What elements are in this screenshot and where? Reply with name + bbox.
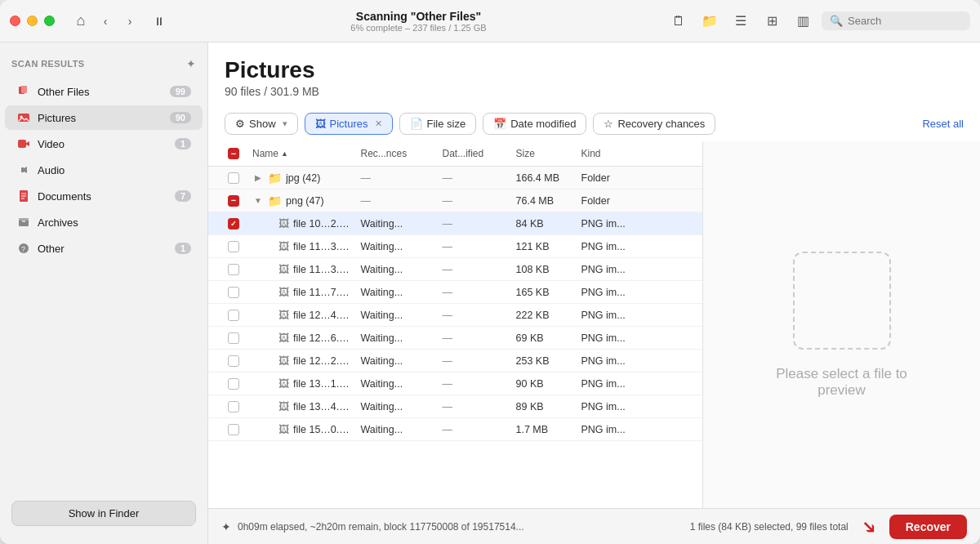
jpg-checkbox[interactable] [228, 172, 239, 184]
filename-text: file 11…3.png [293, 241, 354, 252]
sidebar-item-other-files[interactable]: Other Files 99 [5, 79, 203, 104]
th-name[interactable]: Name ▲ [249, 145, 358, 163]
row-checkbox[interactable] [225, 354, 249, 368]
close-button[interactable] [10, 16, 20, 26]
row-kind: PNG im... [578, 285, 687, 300]
title-section: Scanning "Other Files" 6% complete – 237… [171, 10, 666, 33]
pictures-filter-button[interactable]: 🖼 Pictures ✕ [305, 113, 393, 135]
file-size-filter-button[interactable]: 📄 File size [399, 113, 477, 135]
row-checkbox[interactable] [225, 331, 249, 346]
png-checkbox[interactable] [228, 195, 239, 207]
table-row: 🖼 file 13…4.png Waiting... — 89 KB PNG i… [208, 395, 702, 418]
sidebar-item-archives[interactable]: Archives [5, 210, 203, 234]
search-input[interactable] [848, 15, 962, 27]
row-recovery: — [358, 194, 439, 208]
sidebar-item-audio[interactable]: Audio [5, 158, 203, 182]
show-filter-button[interactable]: ⚙ Show ▾ [225, 113, 298, 135]
row-recovery: Waiting... [358, 354, 439, 368]
sidebar-item-video[interactable]: Video 1 [5, 132, 203, 156]
pause-button[interactable]: ⏸ [148, 10, 171, 33]
search-box[interactable]: 🔍 [822, 11, 970, 30]
filter-icon: ⚙ [235, 118, 245, 130]
filename-text: file 13…4.png [293, 401, 354, 412]
row-size: 121 KB [513, 239, 578, 254]
row-checkbox[interactable] [225, 239, 249, 254]
row-recovery: Waiting... [358, 422, 439, 437]
row-filename: ▶ 📁 jpg (42) [249, 170, 358, 186]
other-files-icon [16, 84, 31, 99]
folder-icon: 📁 [268, 194, 282, 207]
date-modified-filter-button[interactable]: 📅 Date modified [483, 113, 586, 135]
row-date: — [439, 194, 513, 208]
row-size: 1.7 MB [513, 422, 578, 437]
row-filename: 🖼 file 10…2.png [249, 216, 358, 231]
pictures-label: Pictures [38, 112, 163, 124]
split-view-button[interactable]: ▥ [791, 9, 815, 33]
row-kind: Folder [578, 171, 687, 185]
other-badge: 1 [175, 243, 191, 254]
row-checkbox[interactable] [225, 422, 249, 437]
row-recovery: Waiting... [358, 239, 439, 254]
file-view-button[interactable]: 🗒 [666, 9, 691, 33]
png-file-icon: 🖼 [278, 332, 289, 344]
th-date[interactable]: Dat...ified [439, 145, 513, 163]
content-area: Pictures 90 files / 301.9 MB ⚙ Show ▾ 🖼 … [208, 42, 980, 544]
sidebar-item-pictures[interactable]: Pictures 90 [5, 105, 203, 130]
row-checkbox[interactable] [225, 216, 249, 231]
video-badge: 1 [175, 138, 191, 149]
status-left: ✦ 0h09m elapsed, ~2h20m remain, block 11… [221, 520, 677, 533]
row-size: 253 KB [513, 354, 578, 368]
row-checkbox[interactable] [225, 194, 249, 208]
list-view-button[interactable]: ☰ [728, 9, 753, 33]
recover-button[interactable]: Recover [889, 515, 967, 539]
filename-text: file 11…3.png [293, 264, 354, 275]
row-recovery: Waiting... [358, 285, 439, 300]
row-checkbox[interactable] [225, 171, 249, 185]
row-checkbox[interactable] [225, 285, 249, 300]
main-area: Scan results ✦ Other Files 99 Pictures 9… [0, 42, 980, 544]
row-checkbox[interactable] [225, 308, 249, 323]
row-checkbox[interactable] [225, 399, 249, 414]
th-recovery[interactable]: Rec...nces [358, 145, 439, 163]
row-size: 90 KB [513, 377, 578, 391]
back-button[interactable]: ‹ [94, 10, 117, 33]
expand-toggle[interactable]: ▼ [252, 196, 264, 205]
th-size[interactable]: Size [513, 145, 578, 163]
row-date: — [439, 399, 513, 414]
th-kind[interactable]: Kind [578, 145, 687, 163]
home-button[interactable]: ⌂ [68, 8, 94, 34]
sidebar-item-other[interactable]: ? Other 1 [5, 236, 203, 261]
row-kind: PNG im... [578, 377, 687, 391]
row-kind: PNG im... [578, 308, 687, 323]
folder-view-button[interactable]: 📁 [697, 9, 722, 33]
reset-all-button[interactable]: Reset all [922, 118, 964, 130]
row-date: — [439, 216, 513, 231]
maximize-button[interactable] [44, 16, 55, 26]
table-row: ▶ 📁 jpg (42) — — 166.4 MB Folder [208, 167, 702, 190]
forward-button[interactable]: › [118, 10, 141, 33]
row-checkbox[interactable] [225, 262, 249, 277]
collapse-toggle[interactable]: ▶ [252, 173, 264, 182]
preview-dashed-box [793, 252, 891, 350]
recovery-chances-filter-button[interactable]: ☆ Recovery chances [593, 113, 715, 135]
file1-checkbox[interactable] [228, 218, 239, 230]
content-title: Pictures [225, 57, 964, 83]
row-recovery: Waiting... [358, 262, 439, 277]
show-in-finder-button[interactable]: Show in Finder [11, 501, 196, 526]
sidebar-bottom: Show in Finder [0, 493, 207, 534]
table-row: ▼ 📁 png (47) ➔ — — 76.4 MB Folder [208, 190, 702, 212]
other-files-label: Other Files [38, 86, 163, 98]
filename-text: file 11…7.png [293, 287, 354, 298]
row-checkbox[interactable] [225, 377, 249, 391]
select-all-checkbox[interactable] [228, 148, 239, 159]
pictures-filter-close-icon[interactable]: ✕ [375, 118, 382, 129]
grid-view-button[interactable]: ⊞ [760, 9, 784, 33]
svg-rect-1 [21, 86, 27, 93]
main-window: ⌂ ‹ › ⏸ Scanning "Other Files" 6% comple… [0, 0, 980, 544]
audio-icon [16, 163, 31, 177]
filename-text: file 10…2.png [293, 218, 354, 230]
pictures-filter-icon: 🖼 [315, 118, 326, 130]
minimize-button[interactable] [27, 16, 38, 26]
table-row: 🖼 file 12…2.png Waiting... — 253 KB PNG … [208, 350, 702, 372]
sidebar-item-documents[interactable]: Documents 7 [5, 184, 203, 208]
